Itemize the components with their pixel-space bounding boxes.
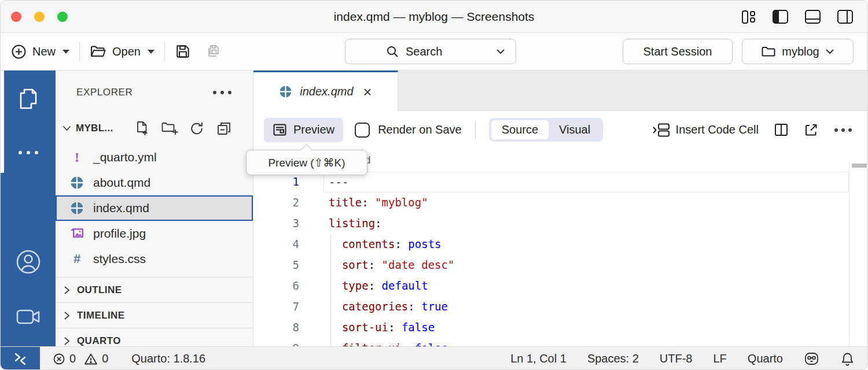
file-name: _quarto.yml <box>93 150 157 164</box>
toggle-primary-sidebar-icon[interactable] <box>772 9 789 24</box>
tab-index-qmd[interactable]: index.qmd × <box>253 71 398 111</box>
folder-icon <box>761 45 776 58</box>
sidebar-section-outline[interactable]: OUTLINE <box>56 277 253 302</box>
split-editor-icon[interactable] <box>774 123 789 137</box>
problems-errors[interactable]: 0 <box>53 352 76 365</box>
code-line-5[interactable]: 5 sort: "date desc" <box>253 255 867 276</box>
code-line-content: title: "myblog" <box>323 193 849 213</box>
zoom-window-button[interactable] <box>57 12 68 22</box>
search-input[interactable]: Search <box>345 39 516 64</box>
render-on-save-checkbox[interactable] <box>355 123 370 138</box>
start-session-button[interactable]: Start Session <box>623 39 733 64</box>
file-name: about.qmd <box>93 176 150 190</box>
encoding-status[interactable]: UTF-8 <box>660 352 693 365</box>
code-line-3[interactable]: 3listing: <box>253 213 867 234</box>
line-number: 2 <box>253 193 323 213</box>
tab-label: index.qmd <box>300 85 353 98</box>
scrollbar-thumb[interactable] <box>852 164 867 168</box>
sidebar-section-quarto[interactable]: QUARTO <box>56 328 253 346</box>
code-line-content: type: default <box>323 276 849 297</box>
problems-warnings[interactable]: 0 <box>84 352 108 365</box>
language-mode-status[interactable]: Quarto <box>748 352 783 365</box>
quarto-version-status[interactable]: Quarto: 1.8.16 <box>131 352 205 365</box>
titlebar: index.qmd — myblog — Screenshots <box>1 1 867 33</box>
feedback-smiley-icon[interactable] <box>804 351 819 367</box>
source-mode-button[interactable]: Source <box>491 120 549 139</box>
collapse-all-icon[interactable] <box>216 120 232 136</box>
activity-overflow-icon[interactable] <box>1 149 56 156</box>
customize-layout-icon[interactable] <box>741 9 756 25</box>
file-list: ! _quarto.yml about.qmd index.qmd profil… <box>56 145 253 272</box>
preview-icon <box>273 123 287 137</box>
toggle-panel-icon[interactable] <box>804 9 821 24</box>
eol-status[interactable]: LF <box>713 352 727 365</box>
quarto-file-icon <box>69 201 84 216</box>
file-row-index.qmd[interactable]: index.qmd <box>56 195 253 221</box>
code-line-content: sort-ui: false <box>323 317 849 338</box>
save-all-button[interactable] <box>205 43 222 60</box>
code-line-7[interactable]: 7 categories: true <box>253 297 867 317</box>
editor-scrollbar[interactable] <box>849 162 867 346</box>
tab-strip: index.qmd × <box>253 71 867 111</box>
quarto-file-icon <box>279 85 292 98</box>
file-row-_quarto.yml[interactable]: ! _quarto.yml <box>56 145 253 170</box>
status-bar: 0 0 Quarto: 1.8.16 Ln 1, Col 1 Spaces: 2… <box>1 346 867 370</box>
chevron-right-icon <box>64 336 70 346</box>
explorer-more-actions-icon[interactable] <box>212 90 232 95</box>
code-line-4[interactable]: 4 contents: posts <box>253 234 867 255</box>
code-line-8[interactable]: 8 sort-ui: false <box>253 317 867 338</box>
code-line-content: --- <box>323 172 849 193</box>
minimize-window-button[interactable] <box>34 12 45 22</box>
toggle-secondary-sidebar-icon[interactable] <box>837 9 854 24</box>
plus-circle-icon <box>11 44 27 60</box>
quarto-file-icon <box>69 175 84 190</box>
sidebar-section-timeline[interactable]: TIMELINE <box>56 302 253 328</box>
open-preview-external-icon[interactable] <box>804 123 819 137</box>
code-line-content: listing: <box>323 213 849 234</box>
remote-indicator[interactable] <box>1 347 40 370</box>
editor-action-bar: Preview Render on Save Source Visual <box>253 111 867 149</box>
cursor-position-status[interactable]: Ln 1, Col 1 <box>510 352 567 365</box>
file-name: styles.css <box>93 252 146 266</box>
css-file-icon: # <box>69 251 84 267</box>
open-button[interactable]: Open <box>90 45 155 59</box>
close-tab-icon[interactable]: × <box>363 84 372 99</box>
file-row-about.qmd[interactable]: about.qmd <box>56 170 253 195</box>
chevron-down-icon <box>148 50 155 54</box>
file-name: index.qmd <box>93 201 149 215</box>
toolbar-divider <box>79 42 80 61</box>
explorer-view-icon[interactable] <box>1 85 56 112</box>
indentation-status[interactable]: Spaces: 2 <box>587 352 639 365</box>
code-line-9[interactable]: 9 filter-ui: false <box>253 338 867 346</box>
code-line-6[interactable]: 6 type: default <box>253 276 867 297</box>
chevron-down-icon <box>62 125 71 131</box>
line-number: 7 <box>253 297 323 317</box>
new-folder-icon[interactable] <box>161 120 178 136</box>
code-line-2[interactable]: 2title: "myblog" <box>253 193 867 213</box>
sidebar-section-label: OUTLINE <box>77 284 122 296</box>
chevron-down-icon <box>496 49 505 54</box>
save-button[interactable] <box>175 43 191 60</box>
camera-icon[interactable] <box>1 308 56 326</box>
visual-mode-button[interactable]: Visual <box>549 120 601 139</box>
new-button[interactable]: New <box>11 44 69 60</box>
line-number: 6 <box>253 276 323 297</box>
preview-button[interactable]: Preview <box>264 118 343 142</box>
new-file-icon[interactable] <box>135 120 150 136</box>
workspace-switcher-button[interactable]: myblog <box>742 39 854 64</box>
notifications-bell-icon[interactable] <box>840 352 855 367</box>
sidebar-sections: OUTLINE TIMELINE QUARTO <box>56 277 253 346</box>
app-window: index.qmd — myblog — Screenshots <box>0 0 868 370</box>
workspace-tree-header[interactable]: MYBL... <box>56 114 253 142</box>
refresh-icon[interactable] <box>189 121 205 136</box>
account-icon[interactable] <box>1 249 56 275</box>
close-window-button[interactable] <box>11 12 21 22</box>
line-number: 5 <box>253 255 323 276</box>
insert-code-cell-button[interactable]: Insert Code Cell <box>652 123 759 138</box>
file-row-styles.css[interactable]: # styles.css <box>56 246 253 272</box>
editor-more-actions-icon[interactable] <box>834 128 852 132</box>
code-editor[interactable]: 1---2title: "myblog"3listing:4 contents:… <box>253 172 867 346</box>
search-label: Search <box>406 45 442 58</box>
file-row-profile.jpg[interactable]: profile.jpg <box>56 221 253 246</box>
line-number: 9 <box>253 338 323 346</box>
